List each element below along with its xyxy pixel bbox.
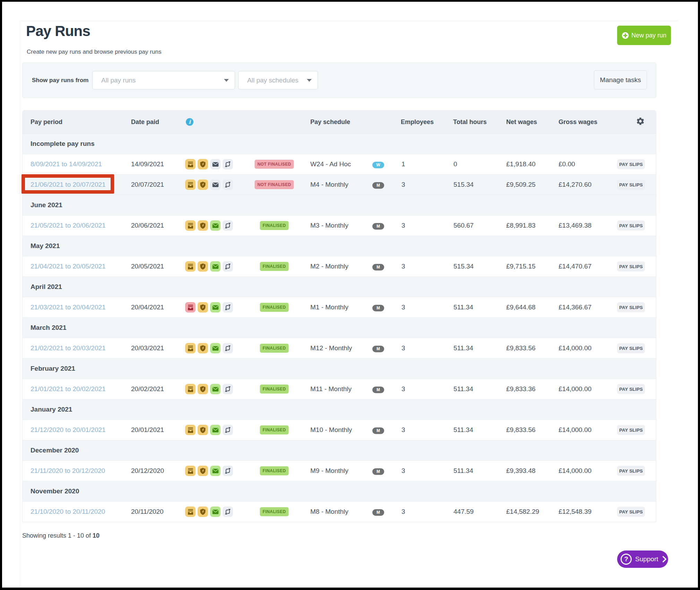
sync-icon[interactable] bbox=[223, 343, 233, 353]
sync-icon[interactable] bbox=[223, 159, 233, 169]
schedule-frequency-badge-wrap: M bbox=[372, 467, 384, 475]
total-hours-value: 560.67 bbox=[453, 222, 474, 229]
pay-slips-button[interactable]: PAY SLIPS bbox=[617, 159, 645, 169]
pay-schedule-value: M10 - Monthly bbox=[310, 426, 352, 434]
envelope-icon[interactable] bbox=[210, 384, 221, 394]
total-hours-value: 515.34 bbox=[453, 181, 474, 188]
pay-run-row: 21/01/2021 to 20/02/202120/02/2021 FINAL… bbox=[23, 379, 656, 399]
journal-icon[interactable] bbox=[185, 425, 196, 435]
status-badge-wrap: NOT FINALISED bbox=[254, 160, 294, 169]
status-badge: FINALISED bbox=[260, 385, 289, 394]
envelope-icon[interactable] bbox=[210, 466, 221, 476]
sync-icon[interactable] bbox=[223, 179, 233, 190]
pay-period-link[interactable]: 21/05/2021 to 20/06/2021 bbox=[31, 222, 106, 229]
frame-border-left bbox=[0, 0, 2, 590]
pay-schedule-value: M3 - Monthly bbox=[310, 222, 348, 229]
group-label: May 2021 bbox=[31, 242, 60, 250]
row-status-icons bbox=[185, 343, 233, 353]
shield-icon[interactable] bbox=[198, 179, 208, 190]
schedule-frequency-badge-wrap: M bbox=[372, 181, 384, 189]
envelope-icon[interactable] bbox=[210, 507, 221, 517]
pay-period-link[interactable]: 8/09/2021 to 14/09/2021 bbox=[31, 160, 102, 168]
group-label: April 2021 bbox=[31, 283, 62, 291]
pay-period-link[interactable]: 21/11/2020 to 20/12/2020 bbox=[31, 467, 105, 475]
shield-icon[interactable] bbox=[198, 466, 208, 476]
pay-slips-button-wrap: PAY SLIPS bbox=[617, 159, 645, 169]
sync-icon[interactable] bbox=[223, 261, 233, 272]
pay-slips-button-wrap: PAY SLIPS bbox=[617, 221, 645, 231]
envelope-icon[interactable] bbox=[210, 302, 221, 312]
journal-icon[interactable] bbox=[185, 261, 196, 272]
shield-icon[interactable] bbox=[198, 261, 208, 272]
net-wages-value: £9,833.56 bbox=[506, 344, 536, 352]
pay-slips-button[interactable]: PAY SLIPS bbox=[617, 384, 645, 394]
sync-icon[interactable] bbox=[223, 384, 233, 394]
total-hours-value: 511.34 bbox=[453, 385, 473, 393]
shield-icon[interactable] bbox=[198, 302, 208, 312]
filter-label: Show pay runs from bbox=[32, 77, 88, 84]
pay-period-link[interactable]: 21/10/2020 to 20/11/2020 bbox=[31, 508, 105, 516]
status-badge-wrap: FINALISED bbox=[260, 262, 289, 271]
journal-icon[interactable] bbox=[185, 179, 196, 190]
sync-icon[interactable] bbox=[223, 425, 233, 435]
info-icon[interactable]: i bbox=[186, 118, 193, 126]
journal-icon[interactable] bbox=[185, 220, 196, 231]
schedule-frequency-badge: M bbox=[372, 223, 384, 229]
shield-icon[interactable] bbox=[198, 425, 208, 435]
group-label: March 2021 bbox=[31, 324, 67, 332]
pay-run-row: 21/02/2021 to 20/03/202120/03/2021 FINAL… bbox=[23, 338, 656, 358]
envelope-icon[interactable] bbox=[210, 425, 221, 435]
pay-slips-button-wrap: PAY SLIPS bbox=[617, 425, 645, 435]
journal-icon[interactable] bbox=[185, 466, 196, 476]
pay-period-link[interactable]: 21/03/2021 to 20/04/2021 bbox=[31, 303, 106, 311]
shield-icon[interactable] bbox=[198, 220, 208, 231]
pay-slips-button[interactable]: PAY SLIPS bbox=[617, 262, 645, 272]
schedule-frequency-badge: M bbox=[372, 345, 384, 352]
status-badge: FINALISED bbox=[260, 425, 289, 434]
journal-icon[interactable] bbox=[185, 159, 196, 169]
journal-icon[interactable] bbox=[185, 343, 196, 353]
support-button[interactable]: ? Support bbox=[617, 551, 668, 568]
envelope-icon[interactable] bbox=[210, 261, 221, 272]
column-header-net-wages: Net wages bbox=[506, 118, 537, 126]
shield-icon[interactable] bbox=[198, 507, 208, 517]
pay-slips-button[interactable]: PAY SLIPS bbox=[617, 180, 645, 190]
pay-slips-button[interactable]: PAY SLIPS bbox=[617, 221, 645, 231]
sync-icon[interactable] bbox=[223, 302, 233, 312]
total-hours-value: 511.34 bbox=[453, 426, 473, 434]
total-hours-value: 511.34 bbox=[453, 344, 473, 352]
shield-icon[interactable] bbox=[198, 384, 208, 394]
envelope-icon[interactable] bbox=[210, 220, 221, 231]
sync-icon[interactable] bbox=[223, 466, 233, 476]
total-hours-value: 511.34 bbox=[453, 467, 473, 475]
pay-slips-button[interactable]: PAY SLIPS bbox=[617, 343, 645, 353]
pay-slips-button[interactable]: PAY SLIPS bbox=[617, 507, 645, 517]
manage-tasks-button[interactable]: Manage tasks bbox=[594, 70, 647, 89]
pay-period-link[interactable]: 21/04/2021 to 20/05/2021 bbox=[31, 263, 106, 270]
sync-icon[interactable] bbox=[223, 220, 233, 231]
pay-runs-dropdown[interactable]: All pay runs bbox=[92, 71, 235, 89]
shield-icon[interactable] bbox=[198, 159, 208, 169]
journal-icon[interactable] bbox=[185, 384, 196, 394]
journal-icon[interactable] bbox=[185, 507, 196, 517]
pay-slips-button[interactable]: PAY SLIPS bbox=[617, 425, 645, 435]
employees-value: 3 bbox=[401, 385, 405, 393]
envelope-icon[interactable] bbox=[210, 159, 221, 169]
pay-schedules-dropdown[interactable]: All pay schedules bbox=[238, 71, 318, 89]
pay-period-link[interactable]: 21/01/2021 to 20/02/2021 bbox=[31, 385, 106, 393]
envelope-icon[interactable] bbox=[210, 343, 221, 353]
pay-slips-button[interactable]: PAY SLIPS bbox=[617, 466, 645, 476]
envelope-icon[interactable] bbox=[210, 179, 221, 190]
row-status-icons bbox=[185, 302, 233, 312]
pay-period-link[interactable]: 21/06/2021 to 20/07/2021 bbox=[31, 181, 106, 188]
gear-icon[interactable] bbox=[636, 117, 645, 127]
group-label: Incomplete pay runs bbox=[31, 140, 95, 148]
pay-period-link[interactable]: 21/12/2020 to 20/01/2021 bbox=[31, 426, 106, 434]
shield-icon[interactable] bbox=[198, 343, 208, 353]
sync-icon[interactable] bbox=[223, 507, 233, 517]
journal-icon[interactable] bbox=[185, 302, 196, 312]
table-header-row: Pay period Date paid i Pay schedule Empl… bbox=[23, 111, 656, 133]
pay-period-link[interactable]: 21/02/2021 to 20/03/2021 bbox=[31, 344, 106, 352]
pay-slips-button[interactable]: PAY SLIPS bbox=[617, 302, 645, 312]
new-pay-run-button[interactable]: New pay run bbox=[617, 26, 671, 45]
